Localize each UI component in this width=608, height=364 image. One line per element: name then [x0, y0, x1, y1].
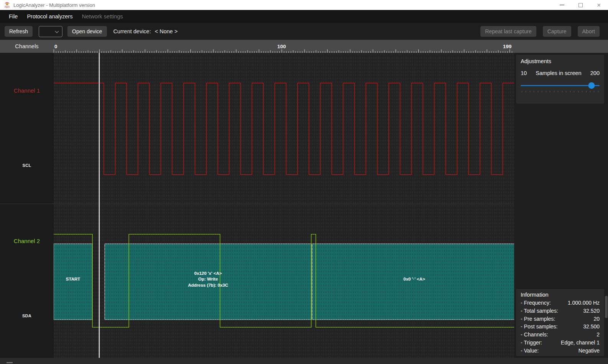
toolbar: Refresh Open device Current device: < No…	[0, 23, 608, 40]
info-trigger-value: Edge, channel 1	[561, 339, 600, 347]
svg-text:Op: Write: Op: Write	[198, 277, 218, 281]
close-button[interactable]: ×	[590, 0, 608, 10]
minimize-icon	[560, 5, 564, 5]
info-frequency-label: - Frequency:	[521, 299, 551, 307]
sample-ruler[interactable]: 0100199	[54, 40, 514, 53]
samples-max-label: 200	[590, 70, 600, 76]
channel2-signal-label: SDA	[0, 313, 54, 318]
main-area: Channel 1 SCL Channel 2 SDA START0x120 '…	[0, 53, 608, 358]
svg-text:100: 100	[277, 44, 286, 49]
info-frequency-value: 1.000.000 Hz	[568, 299, 600, 307]
samples-in-screen-label: Samples in screen	[527, 70, 590, 76]
horizontal-scrollbar[interactable]	[0, 358, 608, 364]
samples-slider-thumb[interactable]	[588, 82, 595, 89]
info-pre-samples-label: - Pre samples:	[521, 315, 555, 323]
capture-button[interactable]: Capture	[543, 26, 571, 37]
info-post-samples-value: 32.500	[583, 323, 600, 331]
svg-text:199: 199	[503, 44, 512, 49]
info-value-value: Negative	[579, 347, 600, 355]
maximize-icon	[579, 3, 583, 7]
info-trigger-label: - Trigger:	[521, 339, 542, 347]
information-panel: Information - Frequency:1.000.000 Hz - T…	[516, 289, 604, 356]
samples-slider[interactable]	[521, 82, 600, 89]
channel-row-divider	[0, 204, 54, 204]
current-device-label: Current device:	[113, 28, 151, 34]
horizontal-scrollbar-thumb[interactable]	[7, 362, 13, 363]
maximize-button[interactable]	[571, 0, 590, 10]
window-title: LogicAnalyzer - Multiplatform version	[13, 2, 553, 8]
svg-text:0: 0	[54, 44, 57, 49]
menu-network-settings[interactable]: Network settings	[77, 13, 128, 20]
svg-text:0x120 'x' <A>: 0x120 'x' <A>	[194, 271, 222, 276]
info-total-samples-value: 32.520	[583, 307, 600, 315]
open-device-button[interactable]: Open device	[67, 26, 107, 37]
svg-text:0x0 '·' <A>: 0x0 '·' <A>	[403, 277, 425, 281]
repeat-last-capture-button[interactable]: Repeat last capture	[480, 26, 536, 37]
waveform-canvas[interactable]: START0x120 'x' <A>Op: WriteAddress (7b):…	[54, 53, 514, 358]
refresh-button[interactable]: Refresh	[5, 26, 33, 37]
menu-protocol-analyzers[interactable]: Protocol analyzers	[22, 13, 77, 20]
channel2-label: Channel 2	[0, 238, 54, 244]
information-rows: - Frequency:1.000.000 Hz - Total samples…	[521, 299, 600, 355]
waveform-viewport[interactable]: START0x120 'x' <A>Op: WriteAddress (7b):…	[54, 53, 514, 358]
minimize-button[interactable]	[553, 0, 571, 10]
info-channels-value: 2	[597, 331, 600, 339]
info-pre-samples-value: 20	[593, 315, 600, 323]
title-bar: LogicAnalyzer - Multiplatform version ×	[0, 0, 608, 10]
vertical-scrollbar-thumb[interactable]	[605, 296, 608, 318]
right-panel: Adjustments 10 Samples in screen 200 Inf…	[514, 53, 608, 358]
adjustments-title: Adjustments	[521, 58, 600, 64]
current-device-value: < None >	[155, 28, 178, 34]
info-channels-label: - Channels:	[521, 331, 548, 339]
abort-button[interactable]: Abort	[578, 26, 600, 37]
samples-slider-ticks	[521, 91, 600, 92]
close-icon: ×	[597, 2, 601, 8]
samples-min-label: 10	[521, 70, 527, 76]
chevron-down-icon	[55, 29, 59, 33]
channel1-label: Channel 1	[0, 87, 54, 94]
channel1-signal-label: SCL	[0, 163, 54, 168]
information-title: Information	[521, 292, 600, 298]
ruler-right-filler	[514, 40, 608, 53]
adjustments-panel: Adjustments 10 Samples in screen 200	[516, 55, 604, 104]
svg-text:START: START	[66, 277, 80, 281]
info-total-samples-label: - Total samples:	[521, 307, 558, 315]
info-value-label: - Value:	[521, 347, 539, 355]
device-dropdown[interactable]	[39, 26, 62, 37]
menu-file[interactable]: File	[4, 13, 22, 20]
channels-header: Channels	[0, 40, 54, 53]
app-icon	[4, 2, 10, 8]
channel-sidebar: Channel 1 SCL Channel 2 SDA	[0, 53, 54, 358]
ruler-row: Channels 0100199	[0, 40, 608, 53]
samples-slider-track[interactable]	[521, 85, 600, 86]
info-post-samples-label: - Post samples:	[521, 323, 557, 331]
menu-bar: File Protocol analyzers Network settings	[0, 10, 608, 23]
svg-text:Address (7b): 0x3C: Address (7b): 0x3C	[188, 283, 228, 287]
